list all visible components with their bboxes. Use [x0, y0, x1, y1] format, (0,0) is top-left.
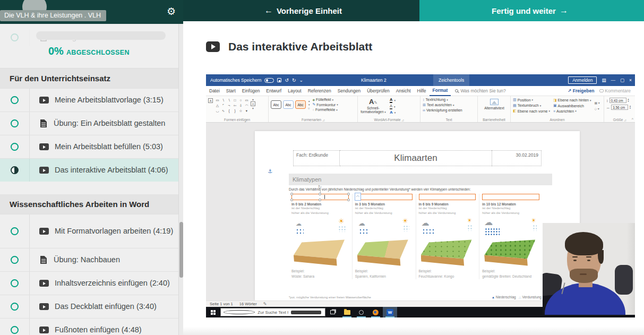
ribbon-group-wordart: A✎ Schnell- formatvorlagen ▾ A▾ A▾ A▾ Wo…	[358, 96, 420, 122]
word-ribbon: A ▭∖∖□○▭ △⌜¬⇦⇩◠ ◡∿{}☆▾ ▲A▼ Formen einfüg…	[206, 96, 635, 123]
rotate-handle-icon: ↻	[318, 185, 322, 190]
answer-box-selected: ↻	[291, 194, 349, 200]
progress-label: ABGESCHLOSSEN	[66, 49, 130, 56]
video-icon	[39, 327, 49, 333]
video-icon	[39, 303, 49, 310]
sidebar-item-interaktives-arbeitsblatt[interactable]: Das interaktive Arbeitsblatt (4:06)	[0, 158, 183, 182]
ribbon-options-icon: ▤	[602, 78, 606, 83]
align-objects-icon: ≡	[553, 109, 555, 113]
sidebar-item-formatvorlagen[interactable]: Mit Formatvorlagen arbeiten (4:19)	[0, 214, 183, 248]
tab-sendungen: Sendungen	[334, 86, 364, 96]
climate-illustration-savanna: ☁ ☀	[419, 217, 476, 266]
quick-access-chevron-icon: ⌄	[299, 78, 303, 83]
quick-styles-button: A✎ Schnell- formatvorlagen ▾	[360, 98, 387, 115]
climate-illustration-desert: ☁ ☀	[291, 217, 349, 266]
climate-column-4: in 10 bis 12 Monaten ist der Niederschla…	[479, 194, 543, 279]
shape-outline-icon: ✎	[312, 102, 315, 107]
taskbar-search-box: Zur Suche Text hier eingeben	[220, 308, 325, 316]
footnote: *pot. mögliche Verdunstung einer freien …	[289, 296, 371, 299]
width-stepper: ▲▼	[629, 105, 631, 109]
gear-icon[interactable]: ⚙	[167, 5, 176, 18]
group-label-arrange: Anordnen	[511, 118, 604, 122]
intro-text: Durch das Verhältnis von jährlichen Nied…	[289, 187, 471, 191]
collapse-ribbon-icon: ^	[632, 117, 633, 121]
sidebar-item-uebung-gestalten[interactable]: Übung: Ein Arbeitsblatt gestalten	[0, 111, 183, 135]
position-icon: ▥	[513, 98, 517, 102]
ribbon-group-size: ↕ 0,43 cm ▲▼ ↔ 3,56 cm ▲▼ Größe◿ ^	[604, 96, 635, 122]
tab-referenzen: Referenzen	[305, 86, 334, 96]
share-icon: ↗	[568, 88, 571, 93]
align-text-icon: ⊞	[423, 103, 426, 107]
firefox-icon	[368, 307, 383, 317]
cloud-icon: ☁	[484, 217, 493, 227]
months-line: in 0 bis 2 Monaten	[291, 202, 349, 206]
status-circle	[0, 89, 30, 111]
ribbon-group-text: ↕Textrichtung▾ ⊞Text ausrichten▾ ∞Verknü…	[420, 96, 478, 122]
sidebar-item-nachbauen[interactable]: Übung: Nachbauen	[0, 248, 183, 271]
proofing-icon: ✎	[263, 302, 267, 306]
cloud-icon: ☁	[422, 218, 430, 228]
presenter-beard	[570, 269, 598, 283]
evaporation-marker-icon: △	[519, 296, 521, 299]
tab-layout: Layout	[285, 86, 305, 96]
sidebar-item-fussnoten[interactable]: Fußnoten einfügen (4:48)	[0, 318, 183, 335]
text-wrap-icon: ▤	[513, 104, 517, 108]
previous-unit-button[interactable]: ← Vorherige Einheit	[183, 0, 419, 21]
create-link-icon: ∞	[423, 108, 425, 112]
sidebar-item-deckblatt[interactable]: Das Deckblatt einfügen (3:40)	[0, 295, 183, 318]
answer-box: ◠	[355, 194, 413, 200]
pen-icon: ✎	[374, 100, 377, 105]
sidebar-item-befuellen[interactable]: Mein Arbeitsblatt befüllen (5:03)	[0, 135, 183, 158]
undo-icon: ↺	[285, 78, 289, 83]
lesson-label: Übung: Ein Arbeitsblatt gestalten	[54, 118, 165, 129]
cloud-icon: ☁	[358, 219, 365, 227]
section-gap	[0, 182, 183, 194]
fill-effect-icon: ◆	[312, 98, 315, 101]
word-count: 16 Wörter	[239, 302, 257, 306]
ribbon-group-styles: Abc Abc Abc ▲▼▽ ◆Fülleffekt▾ ✎Formkontur…	[269, 96, 358, 122]
sidebar-item-inhaltsverzeichnis[interactable]: Inhaltsverzeichnis einfügen (2:40)	[0, 271, 183, 295]
height-stepper: ▲▼	[628, 98, 630, 102]
text-outline-icon: A	[390, 104, 392, 109]
comments-button: Kommentare	[599, 88, 631, 93]
tab-ansicht: Ansicht	[393, 86, 414, 96]
width-input: 3,56 cm	[611, 105, 628, 110]
course-sidebar: Die VLH & ihre Leistungen . VLH ⚙ Übung:…	[0, 0, 183, 335]
app: Die VLH & ihre Leistungen . VLH ⚙ Übung:…	[0, 0, 644, 335]
worksheet-title: Klimaarten	[340, 150, 492, 166]
tab-ueberpruefen: Überprüfen	[364, 86, 393, 96]
alt-text-icon	[490, 99, 499, 105]
autosave-label: Automatisches Speichern	[210, 78, 261, 83]
drawing-tools-tab: Zeichentools	[433, 74, 469, 86]
sun-icon: ☀	[402, 217, 408, 225]
chart-legend: ▲ Niederschlag △ Verdunstung	[492, 295, 542, 299]
sun-icon: ☀	[338, 217, 345, 225]
shape-gallery: ▭∖∖□○▭ △⌜¬⇦⇩◠ ◡∿{}☆▾	[214, 98, 250, 114]
lesson-content: Das interaktive Arbeitsblatt Automatisch…	[183, 21, 644, 335]
ribbon-group-shapes: A ▭∖∖□○▭ △⌜¬⇦⇩◠ ◡∿{}☆▾ ▲A▼ Formen einfüg…	[206, 96, 269, 122]
width-icon: ↔	[606, 106, 610, 109]
close-icon: ×	[629, 78, 632, 83]
course-title-tooltip: Die VLH & ihre Leistungen . VLH	[0, 10, 106, 21]
sidebar-scrollbar[interactable]	[178, 24, 183, 335]
next-unit-button[interactable]: Fertig und weiter →	[419, 0, 644, 21]
style-gallery-scroll: ▲▼▽	[308, 98, 310, 111]
task-view-icon	[325, 307, 340, 317]
document-icon	[40, 256, 47, 264]
search-ring-icon	[224, 310, 255, 314]
arrow-right-icon: →	[560, 6, 568, 15]
sidebar-item-arbeitsblattvorlage[interactable]: Meine Arbeitsblattvorlage (3:15)	[0, 88, 183, 111]
sun-icon: ☀	[531, 217, 536, 224]
status-circle	[0, 112, 30, 135]
climate-columns: ↻ in 0 bis 2 Monaten ist der Niederschla…	[289, 194, 543, 279]
scrollbar-thumb[interactable]	[179, 222, 183, 278]
status-circle	[0, 319, 30, 335]
office-chair	[615, 265, 633, 295]
date-cell: 30.02.2019	[492, 150, 542, 166]
lesson-label: Das Deckblatt einfügen (3:40)	[55, 302, 157, 312]
sun-icon: ☀	[467, 217, 472, 224]
presenter-hair	[565, 232, 603, 255]
file-explorer-icon	[340, 307, 354, 317]
document-title: Klimaarten 2	[361, 74, 387, 86]
section-title-unterrichtseinsatz: Für den Unterrichtseinsatz	[0, 68, 183, 88]
